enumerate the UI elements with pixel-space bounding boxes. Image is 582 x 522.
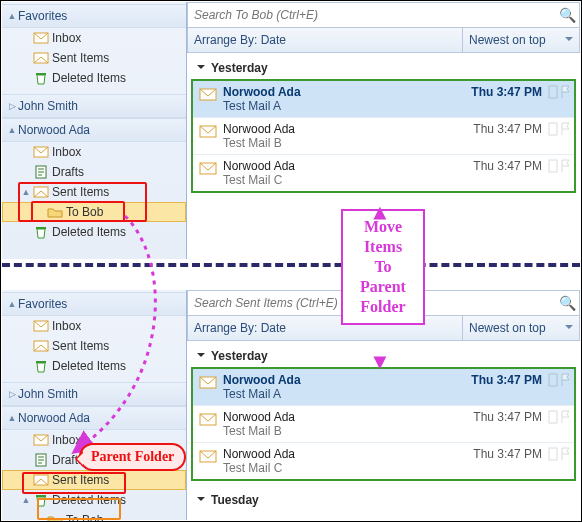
search-icon[interactable]: 🔍: [555, 7, 579, 23]
account1-label: John Smith: [18, 99, 78, 113]
svg-rect-15: [36, 361, 46, 363]
account2-header[interactable]: ▲Norwood Ada: [2, 406, 186, 430]
svg-rect-19: [36, 495, 46, 497]
message-row[interactable]: Norwood AdaTest Mail B Thu 3:47 PM: [193, 406, 574, 443]
nav-to-bob[interactable]: To Bob: [2, 202, 186, 222]
nav-deleted[interactable]: Deleted Items: [2, 68, 186, 88]
category-icon[interactable]: [548, 122, 558, 136]
envelope-icon: [199, 161, 217, 175]
nav-inbox-2[interactable]: Inbox: [2, 142, 186, 162]
sent-icon: [32, 184, 50, 200]
nav-deleted-2[interactable]: Deleted Items: [2, 222, 186, 242]
divider: [2, 263, 580, 267]
nav-sent[interactable]: Sent Items: [2, 48, 186, 68]
group-yesterday[interactable]: Yesterday: [187, 53, 580, 79]
svg-rect-6: [36, 227, 46, 229]
category-icon[interactable]: [548, 373, 558, 387]
inbox-icon: [32, 30, 50, 46]
search-icon[interactable]: 🔍: [555, 295, 579, 311]
folder-nav-top: ▲Favorites Inbox Sent Items Deleted Item…: [2, 2, 187, 259]
message-row[interactable]: Norwood AdaTest Mail A Thu 3:47 PM: [193, 81, 574, 118]
search-input[interactable]: [188, 6, 555, 24]
nav-to-bob[interactable]: To Bob: [2, 510, 186, 522]
nav-inbox[interactable]: Inbox: [2, 28, 186, 48]
nav-drafts[interactable]: Drafts: [2, 162, 186, 182]
envelope-icon: [199, 124, 217, 138]
svg-rect-25: [549, 448, 557, 460]
message-row[interactable]: Norwood AdaTest Mail C Thu 3:47 PM: [193, 443, 574, 479]
trash-icon: [32, 358, 50, 374]
flag-icon[interactable]: [560, 410, 570, 424]
envelope-icon: [199, 87, 217, 101]
sent-icon: [32, 472, 50, 488]
message-row[interactable]: Norwood AdaTest Mail B Thu 3:47 PM: [193, 118, 574, 155]
arrange-by-button[interactable]: Arrange By: Date: [188, 33, 462, 47]
nav-deleted-2[interactable]: ▲Deleted Items: [2, 490, 186, 510]
trash-icon: [32, 492, 50, 508]
svg-rect-21: [549, 374, 557, 386]
search-bar: 🔍: [187, 2, 580, 28]
trash-icon: [32, 224, 50, 240]
envelope-icon: [199, 375, 217, 389]
sort-order-button[interactable]: Newest on top: [462, 28, 579, 52]
folder-nav-bot: ▲Favorites Inbox Sent Items Deleted Item…: [2, 290, 187, 520]
category-icon[interactable]: [548, 85, 558, 99]
flag-icon[interactable]: [560, 159, 570, 173]
category-icon[interactable]: [548, 159, 558, 173]
arrange-bar: Arrange By: Date Newest on top: [187, 28, 580, 53]
group-tuesday[interactable]: Tuesday: [187, 485, 580, 511]
inbox-icon: [32, 318, 50, 334]
account1-header[interactable]: ▷John Smith: [2, 382, 186, 406]
sent-icon: [32, 50, 50, 66]
trash-icon: [32, 70, 50, 86]
flag-icon[interactable]: [560, 447, 570, 461]
message-row[interactable]: Norwood AdaTest Mail C Thu 3:47 PM: [193, 155, 574, 191]
annot-arrow-down: ▼: [369, 349, 391, 375]
favorites-header[interactable]: ▲Favorites: [2, 292, 186, 316]
account2-header[interactable]: ▲Norwood Ada: [2, 118, 186, 142]
annot-callout-parent: Parent Folder: [79, 443, 186, 471]
account2-label: Norwood Ada: [18, 123, 90, 137]
svg-rect-10: [549, 123, 557, 135]
drafts-icon: [32, 164, 50, 180]
flag-icon[interactable]: [560, 122, 570, 136]
nav-sent[interactable]: Sent Items: [2, 336, 186, 356]
annot-arrow-up: ▼: [369, 201, 391, 227]
category-icon[interactable]: [548, 410, 558, 424]
flag-icon[interactable]: [560, 85, 570, 99]
inbox-icon: [32, 144, 50, 160]
nav-sent-2[interactable]: Sent Items: [2, 470, 186, 490]
sent-icon: [32, 338, 50, 354]
folder-icon: [46, 204, 64, 220]
nav-inbox[interactable]: Inbox: [2, 316, 186, 336]
svg-rect-2: [36, 73, 46, 75]
messages-box: Norwood AdaTest Mail A Thu 3:47 PM Norwo…: [191, 79, 576, 193]
category-icon[interactable]: [548, 447, 558, 461]
envelope-icon: [199, 412, 217, 426]
svg-rect-23: [549, 411, 557, 423]
account1-header[interactable]: ▷John Smith: [2, 94, 186, 118]
favorites-label: Favorites: [18, 9, 67, 23]
nav-deleted[interactable]: Deleted Items: [2, 356, 186, 376]
messages-box: Norwood AdaTest Mail A Thu 3:47 PM Norwo…: [191, 367, 576, 481]
flag-icon[interactable]: [560, 373, 570, 387]
envelope-icon: [199, 449, 217, 463]
nav-sent-2[interactable]: ▲Sent Items: [2, 182, 186, 202]
svg-rect-8: [549, 86, 557, 98]
inbox-icon: [32, 432, 50, 448]
svg-rect-12: [549, 160, 557, 172]
drafts-icon: [32, 452, 50, 468]
favorites-header[interactable]: ▲Favorites: [2, 4, 186, 28]
folder-icon: [46, 512, 64, 522]
sort-order-button[interactable]: Newest on top: [462, 316, 579, 340]
